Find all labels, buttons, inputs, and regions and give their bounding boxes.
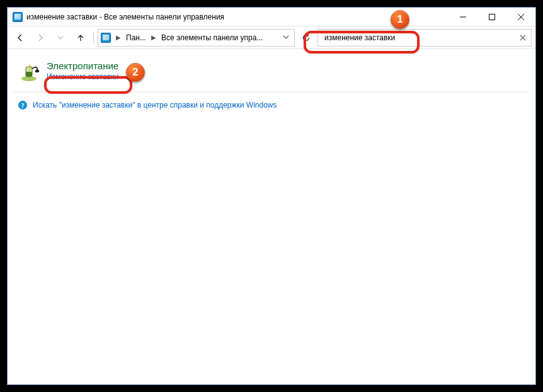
clear-search-button[interactable] [518,33,527,42]
result-category: Электропитание Изменение заставки [14,58,529,86]
breadcrumb-root[interactable]: Пан... [126,33,146,42]
up-button[interactable] [72,29,89,47]
help-search-line: ? Искать "изменение заставки" в центре с… [14,98,529,113]
divider [14,92,529,92]
recent-locations-button[interactable] [52,29,69,47]
svg-rect-4 [35,70,39,72]
search-input[interactable] [324,33,515,42]
screenshot-frame: изменение заставки - Все элементы панели… [0,0,543,392]
chevron-right-icon[interactable]: ▶ [150,34,157,41]
window-title: изменение заставки - Все элементы панели… [26,13,449,21]
result-body: Электропитание Изменение заставки [47,60,118,81]
svg-rect-3 [26,72,32,77]
address-dropdown-button[interactable] [280,33,292,42]
maximize-button[interactable] [477,8,506,26]
back-button[interactable] [11,29,29,47]
titlebar: изменение заставки - Все элементы панели… [8,8,535,26]
help-search-link[interactable]: Искать "изменение заставки" в центре спр… [33,101,277,109]
refresh-button[interactable] [297,29,315,47]
window-controls [449,8,535,26]
search-box[interactable] [317,29,532,47]
control-panel-icon [101,33,111,43]
content-area: Электропитание Изменение заставки ? Иска… [8,49,535,121]
power-options-icon [18,60,40,83]
control-panel-window: изменение заставки - Все элементы панели… [7,7,536,385]
result-link-screensaver[interactable]: Изменение заставки [47,72,118,81]
close-button[interactable] [506,8,535,26]
control-panel-icon [13,12,23,22]
category-title[interactable]: Электропитание [47,60,118,71]
toolbar: ▶ Пан... ▶ Все элементы панели упра... [8,26,535,49]
separator [93,31,94,44]
address-bar[interactable]: ▶ Пан... ▶ Все элементы панели упра... [98,29,295,47]
minimize-button[interactable] [449,8,477,26]
forward-button[interactable] [31,29,49,47]
help-icon: ? [18,100,28,110]
breadcrumb-second[interactable]: Все элементы панели упра... [161,33,263,42]
chevron-right-icon[interactable]: ▶ [115,34,122,41]
svg-rect-0 [489,14,495,20]
svg-text:?: ? [21,101,25,109]
